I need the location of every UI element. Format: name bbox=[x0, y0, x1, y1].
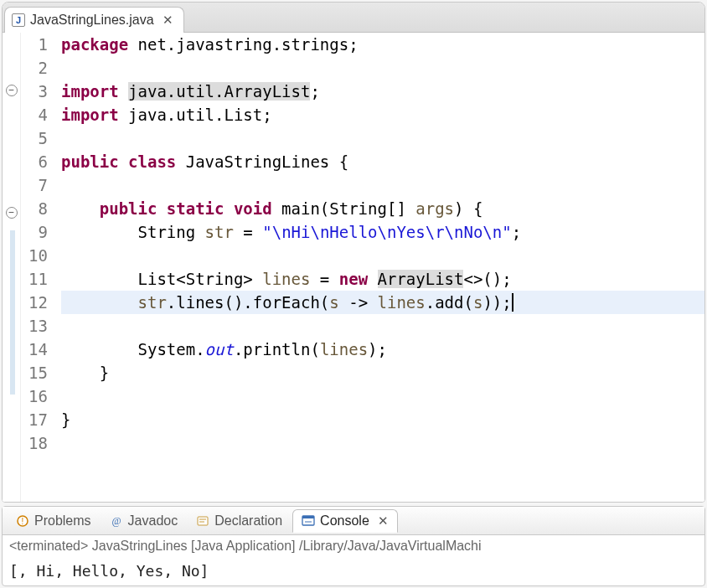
java-file-icon: J bbox=[12, 13, 25, 27]
editor-tab-label: JavaStringLines.java bbox=[30, 13, 154, 28]
code-area[interactable]: −− 123456789101112131415161718 package n… bbox=[3, 33, 704, 502]
code-line[interactable]: System.out.println(lines); bbox=[61, 338, 704, 361]
tab-declaration-label: Declaration bbox=[214, 513, 282, 529]
method-range-marker bbox=[10, 371, 15, 395]
line-number: 18 bbox=[21, 431, 48, 455]
line-number: 17 bbox=[21, 408, 48, 431]
line-number: 8 bbox=[21, 197, 48, 220]
code-line[interactable] bbox=[61, 244, 704, 267]
declaration-icon bbox=[196, 514, 209, 528]
svg-text:!: ! bbox=[22, 517, 24, 526]
code-line[interactable]: public class JavaStringLines { bbox=[61, 150, 704, 173]
tab-declaration[interactable]: Declaration bbox=[188, 510, 291, 532]
code-line[interactable]: import java.util.ArrayList; bbox=[61, 80, 704, 103]
method-range-marker bbox=[10, 348, 15, 371]
tab-javadoc-label: Javadoc bbox=[128, 513, 178, 529]
line-number: 11 bbox=[21, 267, 48, 291]
text-caret bbox=[512, 293, 513, 312]
line-number-gutter: 123456789101112131415161718 bbox=[21, 33, 53, 502]
console-icon bbox=[302, 514, 315, 528]
code-line[interactable] bbox=[61, 173, 704, 197]
console-process-label: <terminated> JavaStringLines [Java Appli… bbox=[3, 535, 704, 557]
marker-bar: −− bbox=[3, 33, 21, 502]
tab-javadoc[interactable]: @ Javadoc bbox=[101, 510, 187, 532]
console-output[interactable]: [, Hi, Hello, Yes, No] bbox=[3, 557, 704, 585]
svg-rect-3 bbox=[198, 517, 208, 525]
tab-problems-label: Problems bbox=[34, 513, 91, 529]
line-number: 14 bbox=[21, 338, 48, 361]
views-tab-bar: ! Problems @ Javadoc Declaration Console… bbox=[3, 507, 704, 535]
line-number: 4 bbox=[21, 103, 48, 126]
code-content[interactable]: package net.javastring.strings;import ja… bbox=[53, 33, 704, 502]
close-icon[interactable]: ✕ bbox=[378, 513, 389, 529]
code-line[interactable]: List<String> lines = new ArrayList<>(); bbox=[61, 267, 704, 291]
code-line[interactable] bbox=[61, 384, 704, 408]
method-range-marker bbox=[10, 230, 15, 254]
editor-tab-bar: J JavaStringLines.java ✕ bbox=[3, 3, 704, 33]
tab-problems[interactable]: ! Problems bbox=[8, 510, 100, 532]
code-line[interactable]: public static void main(String[] args) { bbox=[61, 197, 704, 220]
line-number: 6 bbox=[21, 150, 48, 173]
code-line[interactable]: import java.util.List; bbox=[61, 103, 704, 126]
method-range-marker bbox=[10, 324, 15, 348]
fold-toggle-icon[interactable]: − bbox=[6, 85, 18, 96]
method-range-marker bbox=[10, 277, 15, 301]
line-number: 5 bbox=[21, 126, 48, 150]
line-number: 15 bbox=[21, 361, 48, 384]
code-line[interactable] bbox=[61, 56, 704, 80]
code-line[interactable]: String str = "\nHi\nHello\nYes\r\nNo\n"; bbox=[61, 220, 704, 244]
line-number: 16 bbox=[21, 384, 48, 408]
line-number: 1 bbox=[21, 33, 48, 56]
svg-rect-7 bbox=[302, 516, 314, 518]
line-number: 9 bbox=[21, 220, 48, 244]
line-number: 3 bbox=[21, 80, 48, 103]
svg-text:@: @ bbox=[111, 515, 121, 527]
code-line[interactable] bbox=[61, 314, 704, 338]
code-line[interactable]: } bbox=[61, 361, 704, 384]
code-line[interactable]: } bbox=[61, 408, 704, 431]
line-number: 12 bbox=[21, 291, 48, 314]
editor-pane: J JavaStringLines.java ✕ −− 123456789101… bbox=[2, 2, 705, 503]
fold-toggle-icon[interactable]: − bbox=[6, 207, 18, 219]
code-line[interactable]: package net.javastring.strings; bbox=[61, 33, 704, 56]
tab-console-label: Console bbox=[320, 513, 369, 529]
editor-tab[interactable]: J JavaStringLines.java ✕ bbox=[4, 7, 184, 33]
bottom-panel: ! Problems @ Javadoc Declaration Console… bbox=[2, 506, 705, 586]
line-number: 10 bbox=[21, 244, 48, 267]
tab-console[interactable]: Console ✕ bbox=[292, 509, 398, 533]
line-number: 2 bbox=[21, 56, 48, 80]
close-icon[interactable]: ✕ bbox=[163, 13, 173, 28]
method-range-marker bbox=[10, 254, 15, 277]
line-number: 7 bbox=[21, 173, 48, 197]
line-number: 13 bbox=[21, 314, 48, 338]
code-line[interactable]: str.lines().forEach(s -> lines.add(s)); bbox=[61, 291, 704, 314]
code-line[interactable] bbox=[61, 126, 704, 150]
javadoc-icon: @ bbox=[110, 514, 123, 528]
problems-icon: ! bbox=[16, 514, 29, 528]
method-range-marker bbox=[10, 301, 15, 324]
code-line[interactable] bbox=[61, 431, 704, 455]
